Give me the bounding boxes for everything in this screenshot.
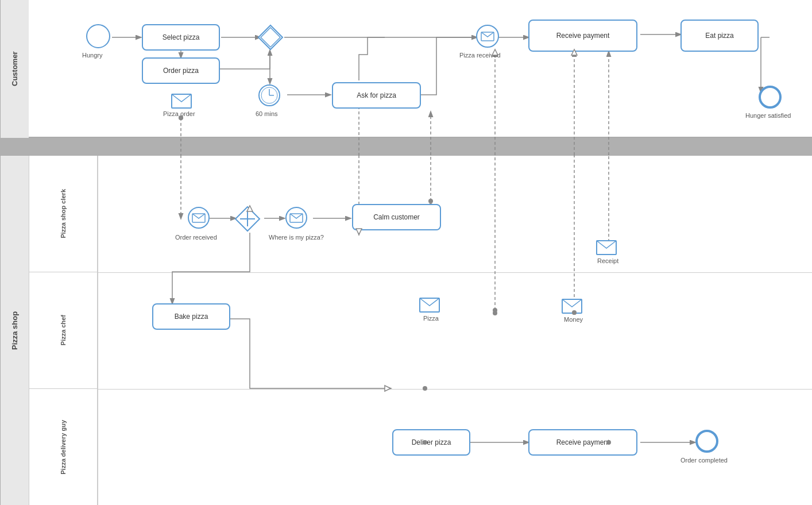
- money-envelope: [562, 299, 582, 314]
- customer-lane-label: Customer: [0, 0, 29, 138]
- svg-point-40: [760, 87, 780, 107]
- svg-point-56: [697, 431, 717, 452]
- timer-label: 60 mins: [256, 110, 278, 117]
- order-received-event[interactable]: [187, 206, 211, 230]
- task-calm-customer[interactable]: Calm customer: [352, 204, 441, 230]
- timer-event[interactable]: [257, 83, 281, 107]
- pizza-label: Pizza: [423, 315, 439, 322]
- pizza-order-label: Pizza order: [163, 110, 195, 117]
- task-eat-pizza[interactable]: Eat pizza: [680, 20, 759, 52]
- end-event-order-completed[interactable]: [695, 429, 719, 453]
- clerk-lane-label: Pizza shop clerk: [60, 189, 67, 238]
- hunger-satisfied-label: Hunger satisfied: [745, 112, 791, 119]
- gateway-clerk[interactable]: [234, 206, 261, 232]
- task-pay-for-pizza[interactable]: Receive payment: [528, 20, 637, 52]
- separator-band: [0, 138, 812, 155]
- diagram-container: Customer Pizza shop Pizza shop clerk Piz…: [0, 0, 812, 505]
- task-bake-pizza[interactable]: Bake pizza: [152, 303, 230, 330]
- pizza-order-message: [171, 94, 192, 109]
- task-receive-payment[interactable]: Receive payment: [528, 429, 637, 456]
- task-order-pizza[interactable]: Order pizza: [142, 57, 220, 84]
- delivery-lane-label: Pizza delivery guy: [60, 420, 67, 475]
- order-received-label: Order received: [175, 234, 217, 241]
- money-label: Money: [564, 316, 583, 323]
- sub-lane-chef: Pizza chef: [29, 272, 98, 389]
- pizza-received-label: Pizza received: [459, 52, 501, 59]
- gateway-exclusive[interactable]: [257, 24, 284, 51]
- start-event-hungry[interactable]: [86, 24, 110, 48]
- pizza-envelope: [419, 298, 440, 313]
- task-ask-for-pizza[interactable]: Ask for pizza: [332, 82, 421, 109]
- where-is-pizza-event[interactable]: [284, 206, 308, 230]
- hungry-label: Hungry: [82, 52, 102, 59]
- chef-lane-label: Pizza chef: [60, 315, 67, 345]
- task-select-pizza[interactable]: Select pizza: [142, 24, 220, 51]
- svg-marker-36: [258, 25, 283, 49]
- where-is-pizza-label: Where is my pizza?: [269, 234, 324, 241]
- sub-lane-delivery: Pizza delivery guy: [29, 389, 98, 505]
- message-event-customer[interactable]: [475, 24, 500, 48]
- order-completed-label: Order completed: [680, 457, 728, 464]
- receipt-envelope: [596, 240, 617, 255]
- receipt-label: Receipt: [597, 257, 618, 264]
- pizza-shop-pool-label: Pizza shop: [0, 156, 29, 505]
- end-event-hunger-satisfied[interactable]: [758, 85, 782, 109]
- sub-lane-clerk: Pizza shop clerk: [29, 156, 98, 272]
- task-deliver-pizza[interactable]: Deliver pizza: [392, 429, 470, 456]
